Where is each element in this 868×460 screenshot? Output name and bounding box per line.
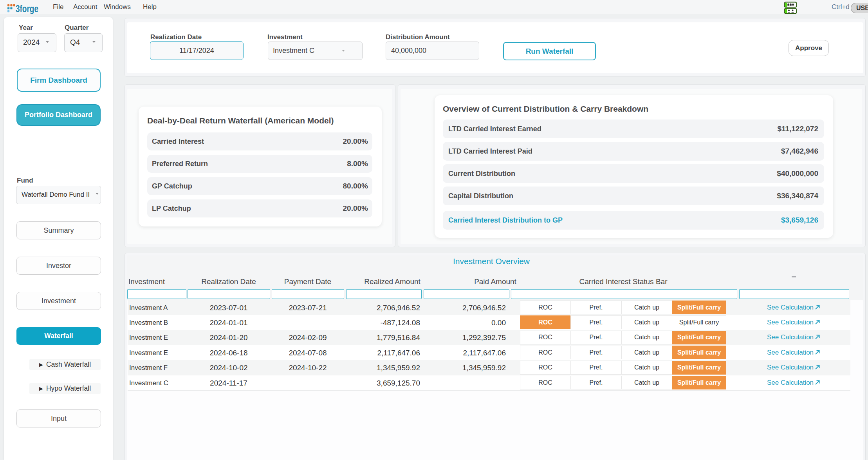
svg-text:3forge: 3forge: [16, 4, 38, 14]
